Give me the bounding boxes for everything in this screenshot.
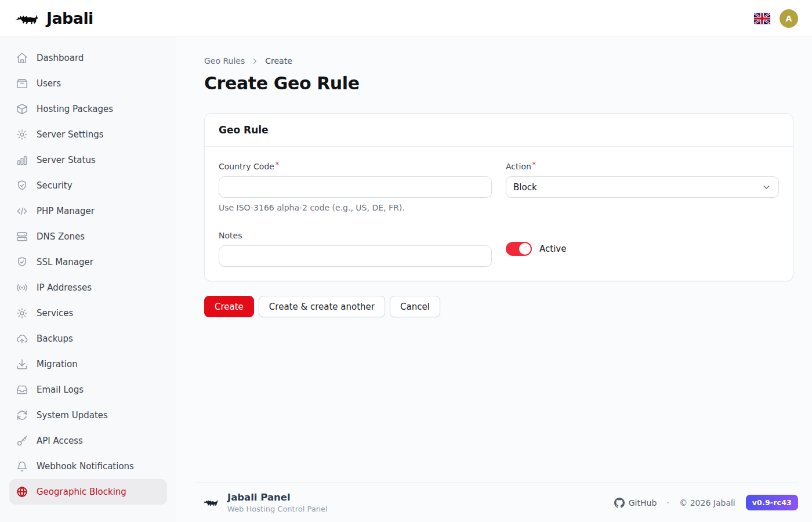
footer-brand: Jabali Panel — [227, 492, 328, 503]
required-asterisk: * — [532, 160, 536, 170]
archive-icon — [16, 77, 28, 90]
sidebar-item-label: Geographic Blocking — [37, 487, 126, 497]
action-select[interactable]: Block — [506, 176, 779, 198]
sidebar-item-ip-addresses[interactable]: IP Addresses — [9, 275, 167, 300]
sidebar-item-api-access[interactable]: API Access — [9, 428, 167, 454]
sidebar-item-label: Hosting Packages — [37, 104, 113, 114]
geo-rule-card: Geo Rule Country Code* Use ISO-3166 alph… — [204, 113, 793, 281]
required-asterisk: * — [276, 160, 279, 170]
sidebar-item-server-settings[interactable]: Server Settings — [9, 122, 167, 147]
code-icon — [16, 205, 28, 217]
sidebar-item-migration[interactable]: Migration — [9, 351, 167, 377]
notes-field: Notes — [219, 230, 492, 267]
sidebar-item-hosting-packages[interactable]: Hosting Packages — [9, 96, 167, 122]
github-label: GitHub — [629, 498, 657, 507]
sidebar-item-backups[interactable]: Backups — [9, 326, 167, 351]
active-toggle-label: Active — [539, 244, 566, 254]
inbox-icon — [16, 383, 28, 396]
card-header: Geo Rule — [205, 114, 793, 147]
sidebar-item-label: Dashboard — [37, 53, 84, 63]
sidebar-item-label: Server Status — [37, 155, 96, 165]
cloud-upload-icon — [16, 332, 28, 345]
breadcrumb: Geo Rules Create — [204, 56, 793, 66]
chevron-right-icon — [251, 57, 259, 66]
country-code-field: Country Code* Use ISO-3166 alpha-2 code … — [219, 161, 492, 212]
boar-logo-icon — [14, 9, 41, 28]
bell-icon — [16, 460, 28, 473]
form-actions: Create Create & create another Cancel — [204, 296, 793, 317]
footer-separator-dot — [667, 502, 669, 503]
sidebar-item-label: Server Settings — [37, 129, 103, 140]
sidebar-item-system-updates[interactable]: System Updates — [9, 403, 167, 428]
toggle-knob — [519, 243, 531, 255]
download-icon — [16, 358, 28, 371]
sidebar-item-email-logs[interactable]: Email Logs — [9, 377, 167, 403]
shield-check-icon — [16, 256, 28, 269]
gear-icon — [16, 128, 28, 141]
sidebar-item-dns-zones[interactable]: DNS Zones — [9, 224, 167, 249]
sidebar-item-label: Backups — [37, 334, 73, 344]
footer-copyright: © 2026 Jabali — [679, 498, 735, 507]
sidebar-item-security[interactable]: Security — [9, 173, 167, 198]
sidebar-item-ssl-manager[interactable]: SSL Manager — [9, 249, 167, 275]
sidebar-item-label: Migration — [37, 359, 78, 369]
notes-input[interactable] — [219, 245, 492, 267]
key-icon — [16, 434, 28, 447]
chevron-down-icon — [762, 182, 771, 192]
sidebar-item-server-status[interactable]: Server Status — [9, 147, 167, 173]
sidebar-item-services[interactable]: Services — [9, 300, 167, 326]
app-logo[interactable]: Jabali — [14, 9, 93, 28]
sidebar-item-dashboard[interactable]: Dashboard — [9, 45, 167, 71]
card-title: Geo Rule — [219, 124, 269, 136]
boar-logo-icon — [202, 496, 220, 509]
language-flag-button[interactable] — [754, 13, 770, 24]
sidebar-item-label: Services — [37, 308, 73, 318]
refresh-icon — [16, 409, 28, 422]
globe-icon — [16, 485, 28, 498]
top-header: Jabali A — [0, 0, 812, 37]
avatar-initial: A — [786, 14, 792, 23]
sidebar-item-label: Users — [37, 78, 61, 89]
notes-label: Notes — [219, 231, 242, 241]
package-icon — [16, 103, 28, 115]
country-code-helper-text: Use ISO-3166 alpha-2 code (e.g., US, DE,… — [219, 203, 492, 212]
sidebar-item-label: Security — [37, 180, 72, 191]
sidebar-item-label: Email Logs — [37, 385, 84, 395]
country-code-label: Country Code* — [219, 162, 279, 172]
action-label: Action* — [506, 162, 536, 172]
main-content: Geo Rules Create Create Geo Rule Geo Rul… — [176, 37, 812, 522]
sidebar-item-label: PHP Manager — [37, 206, 95, 216]
sidebar-item-label: SSL Manager — [37, 257, 93, 267]
cancel-button[interactable]: Cancel — [390, 296, 440, 317]
bar-chart-icon — [16, 154, 28, 166]
breadcrumb-current: Create — [265, 56, 292, 66]
home-icon — [16, 52, 28, 64]
gear-icon — [16, 307, 28, 320]
active-toggle[interactable] — [506, 242, 532, 256]
radio-waves-icon — [16, 281, 28, 294]
page-footer: Jabali Panel Web Hosting Control Panel G… — [195, 483, 798, 522]
version-badge: v0.9-rc43 — [746, 495, 798, 510]
sidebar-item-webhook-notifications[interactable]: Webhook Notifications — [9, 454, 167, 479]
shield-check-icon — [16, 179, 28, 192]
sidebar-item-label: IP Addresses — [37, 282, 92, 293]
sidebar-item-label: DNS Zones — [37, 231, 85, 242]
create-button[interactable]: Create — [204, 296, 254, 317]
sidebar-item-users[interactable]: Users — [9, 71, 167, 96]
sidebar-nav: Dashboard Users Hosting Packages Server … — [0, 37, 176, 522]
create-and-create-another-button[interactable]: Create & create another — [259, 296, 385, 317]
breadcrumb-geo-rules-link[interactable]: Geo Rules — [204, 56, 245, 66]
sidebar-item-php-manager[interactable]: PHP Manager — [9, 198, 167, 224]
github-icon — [614, 498, 625, 508]
country-code-input[interactable] — [219, 176, 492, 198]
action-field: Action* Block — [506, 161, 779, 212]
github-link[interactable]: GitHub — [614, 498, 657, 508]
active-field: Active — [506, 230, 779, 267]
uk-flag-icon — [754, 13, 770, 24]
sidebar-item-label: API Access — [37, 436, 83, 446]
brand-name: Jabali — [46, 9, 93, 27]
server-stack-icon — [16, 230, 28, 243]
sidebar-item-geographic-blocking[interactable]: Geographic Blocking — [9, 479, 167, 505]
page-title: Create Geo Rule — [204, 73, 793, 93]
user-avatar[interactable]: A — [780, 9, 798, 28]
